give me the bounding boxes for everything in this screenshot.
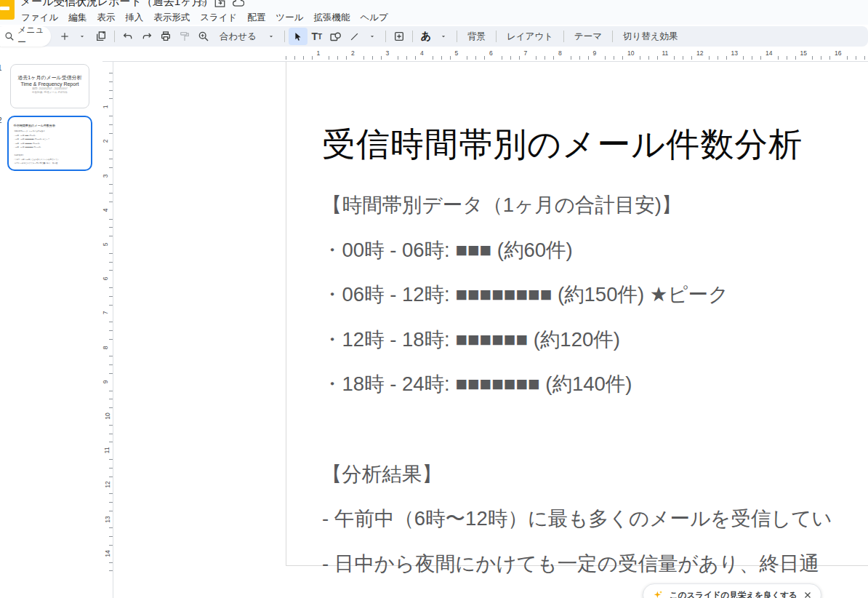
h-ruler-tick: [484, 56, 485, 60]
h-ruler-tick: [346, 56, 347, 60]
thumb2-slide-body: 【時間帯別データ（1ヶ月の合計目安)】・00時 - 06時: ■■■ (約60件…: [13, 130, 58, 166]
h-ruler-tick: [286, 56, 286, 60]
h-ruler-tick: [372, 56, 373, 60]
slide-2-thumbnail-selected[interactable]: 受信時間帯別のメール件数分析 【時間帯別データ（1ヶ月の合計目安)】・00時 -…: [7, 116, 92, 171]
line-tool-dropdown-icon[interactable]: [363, 28, 382, 45]
insert-comment-button[interactable]: [390, 28, 409, 45]
menu-help[interactable]: ヘルプ: [355, 10, 393, 25]
thumb1-subtitle: Time & Frequency Report: [11, 81, 89, 87]
new-slide-dropdown-icon[interactable]: [73, 28, 92, 45]
h-ruler-tick: [588, 56, 589, 60]
h-ruler-number: 2: [351, 49, 355, 57]
h-ruler-tick: [605, 56, 606, 60]
h-ruler-tick: [709, 56, 710, 60]
zoom-fit-dropdown-icon[interactable]: [262, 28, 281, 45]
shape-tool-button[interactable]: [326, 28, 345, 45]
h-ruler-tick: [829, 56, 830, 60]
menus-search-label[interactable]: メニュー: [17, 24, 51, 49]
h-ruler-tick: [312, 56, 313, 60]
toolbar-separator: [457, 31, 457, 42]
h-ruler-tick: [502, 56, 502, 60]
v-ruler-number: 7: [102, 311, 109, 315]
layout-button[interactable]: レイアウト: [500, 31, 560, 43]
thumb2-content: 受信時間帯別のメール件数分析 【時間帯別データ（1ヶ月の合計目安)】・00時 -…: [10, 119, 89, 168]
body-line-00-06: ・00時 - 06時: ■■■ (約60件): [322, 237, 868, 282]
line-tool-button[interactable]: [345, 28, 364, 45]
transition-button[interactable]: 切り替え効果: [616, 31, 685, 43]
h-ruler-tick: [415, 56, 416, 60]
h-ruler-tick: [450, 56, 451, 60]
h-ruler-tick: [571, 56, 571, 60]
menu-tools[interactable]: ツール: [270, 10, 308, 25]
paint-format-button[interactable]: [175, 28, 194, 45]
menu-view[interactable]: 表示: [92, 10, 120, 25]
h-ruler-tick: [441, 56, 442, 60]
slide-body-text[interactable]: 【時間帯別データ（1ヶ月の合計目安)】 ・00時 - 06時: ■■■ (約60…: [322, 192, 868, 595]
input-tools-button[interactable]: あ: [417, 28, 435, 45]
slide-title[interactable]: 受信時間帯別のメール件数分析: [322, 122, 803, 167]
h-ruler-number: 4: [420, 49, 424, 57]
h-ruler-tick: [718, 56, 718, 60]
h-ruler-tick: [726, 56, 727, 60]
body-line-06-12: ・06時 - 12時: ■■■■■■■■ (約150件) ★ピーク: [322, 282, 868, 327]
v-ruler-number: 10: [104, 412, 111, 419]
zoom-fit-label[interactable]: 合わせる: [213, 31, 263, 43]
document-title[interactable]: メール受信状況レポート（過去1ヶ月）: [20, 0, 213, 9]
theme-button[interactable]: テーマ: [568, 31, 608, 43]
input-tools-dropdown-icon[interactable]: [434, 28, 453, 45]
slides-logo-icon[interactable]: [0, 0, 15, 20]
h-ruler-tick: [579, 56, 580, 60]
thumb1-meta1: 期間: 2024/02/07 - 2024/03/07: [15, 87, 84, 90]
menu-slide[interactable]: スライド: [195, 10, 242, 25]
h-ruler-tick: [812, 56, 813, 60]
body-line-analysis-heading: 【分析結果】: [322, 461, 868, 506]
menu-edit[interactable]: 編集: [63, 10, 92, 25]
close-icon[interactable]: [803, 591, 812, 598]
new-slide-plus-button[interactable]: [55, 28, 74, 45]
h-ruler-tick: [648, 56, 649, 60]
h-ruler-number: 14: [765, 49, 772, 57]
body-line-blank: [322, 416, 868, 461]
h-ruler-tick: [337, 56, 338, 60]
move-folder-icon[interactable]: [214, 0, 225, 7]
menu-format[interactable]: 表示形式: [148, 10, 195, 25]
input-tools-label: あ: [421, 30, 431, 43]
h-ruler-tick: [683, 56, 683, 60]
menu-insert[interactable]: 挿入: [120, 10, 148, 25]
menu-arrange[interactable]: 配置: [242, 10, 270, 25]
zoom-icon[interactable]: [194, 28, 213, 45]
thumb1-meta2: 分析対象: 受信メール 約470件: [15, 90, 84, 94]
h-ruler-number: 1: [317, 49, 321, 57]
h-ruler-tick: [691, 56, 692, 60]
new-presentation-icon[interactable]: [92, 28, 110, 45]
h-ruler-number: 9: [593, 49, 597, 57]
text-box-label-small: T: [318, 33, 322, 41]
text-box-button[interactable]: TT: [308, 28, 326, 45]
h-ruler-tick: [821, 56, 821, 60]
search-icon[interactable]: [4, 31, 15, 41]
menu-file[interactable]: ファイル: [16, 10, 63, 25]
background-button[interactable]: 背景: [461, 31, 492, 43]
h-ruler-tick: [864, 56, 865, 60]
undo-button[interactable]: [118, 28, 137, 45]
v-ruler-number: 4: [102, 208, 109, 212]
h-ruler-tick: [329, 56, 329, 60]
v-ruler-number: 2: [102, 140, 109, 143]
star-icon[interactable]: ☆: [196, 0, 206, 9]
select-tool-button[interactable]: [289, 28, 308, 45]
h-ruler-number: 10: [627, 49, 634, 57]
h-ruler-tick: [363, 56, 364, 60]
redo-button[interactable]: [137, 28, 156, 45]
h-ruler-tick: [510, 56, 511, 60]
polish-slide-suggestion-pill[interactable]: このスライドの見栄えを良くする: [643, 583, 821, 598]
body-line-heading: 【時間帯別データ（1ヶ月の合計目安)】: [322, 192, 868, 237]
cloud-status-icon[interactable]: [233, 0, 244, 7]
slide-1-thumbnail[interactable]: 過去1ヶ月のメール受信分析 Time & Frequency Report 期間…: [10, 64, 89, 108]
menu-extensions[interactable]: 拡張機能: [308, 10, 355, 25]
h-ruler-tick: [657, 56, 658, 60]
h-ruler-number: 3: [386, 49, 390, 57]
h-ruler-number: 7: [524, 49, 528, 57]
h-ruler-tick: [743, 56, 744, 60]
print-button[interactable]: [156, 28, 175, 45]
search-menu-pill[interactable]: メニュー: [0, 26, 51, 47]
